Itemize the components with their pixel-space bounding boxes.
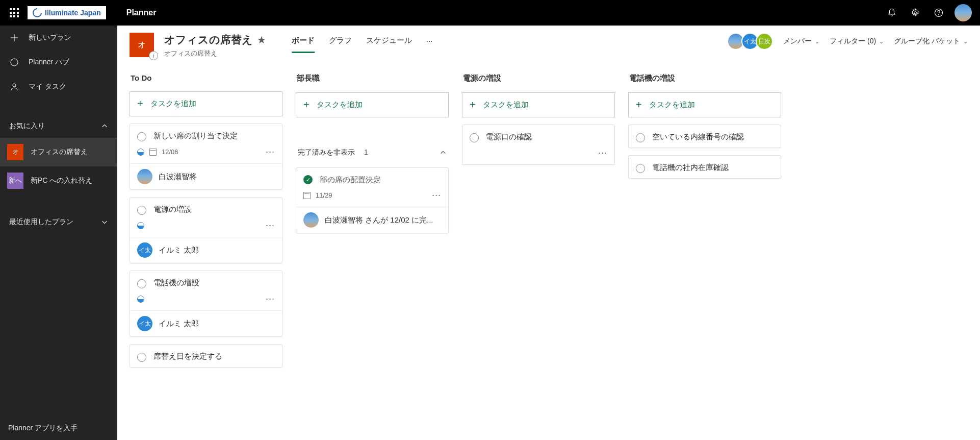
task-due: 12/06	[162, 148, 178, 156]
chevron-down-icon: ⌄	[815, 38, 819, 45]
task-card[interactable]: 席替え日を決定する	[130, 344, 282, 368]
calendar-icon	[303, 192, 311, 199]
task-title: 電源口の確認	[486, 132, 532, 142]
task-assignee[interactable]: 白波瀬智将	[130, 163, 282, 189]
my-tasks-link[interactable]: マイ タスク	[0, 75, 117, 99]
members-dropdown[interactable]: メンバー ⌄	[783, 37, 819, 46]
filter-dropdown[interactable]: フィルター (0) ⌄	[830, 37, 884, 46]
bucket-title[interactable]: To Do	[130, 71, 282, 84]
task-assignee[interactable]: イ太 イルミ 太郎	[130, 310, 282, 336]
task-complete-radio[interactable]	[636, 164, 645, 173]
task-complete-radio[interactable]	[137, 279, 146, 288]
assignee-avatar	[137, 169, 152, 184]
tab-more-icon[interactable]: ···	[426, 36, 433, 53]
person-icon	[9, 82, 19, 92]
tab-chart[interactable]: グラフ	[329, 36, 352, 53]
plus-icon: +	[470, 99, 476, 111]
plan-title: オフィスの席替え	[164, 33, 253, 47]
settings-icon[interactable]	[904, 1, 927, 25]
task-title: 部の席の配置決定	[320, 175, 381, 185]
task-title: 電話機の増設	[153, 278, 199, 288]
board: To Do + タスクを追加 新しい席の割り当て決定 12/06	[117, 62, 980, 440]
task-more-icon[interactable]: ···	[266, 146, 275, 157]
progress-icon	[137, 222, 144, 229]
svg-point-6	[13, 84, 16, 87]
top-bar: Illuminate Japan Planner	[0, 0, 980, 26]
plan-tile: オ	[7, 144, 23, 160]
member-avatars[interactable]: イ太 日次	[730, 33, 773, 50]
add-task-button[interactable]: + タスクを追加	[130, 91, 282, 116]
add-task-button[interactable]: + タスクを追加	[462, 92, 615, 117]
task-card[interactable]: 電話機の社内在庫確認	[628, 155, 781, 179]
chevron-up-icon	[101, 123, 108, 130]
svg-point-0	[914, 12, 917, 14]
task-title: 電源の増設	[153, 205, 192, 214]
star-icon[interactable]: ★	[257, 34, 266, 46]
groupby-dropdown[interactable]: グループ化 バケット ⌄	[894, 37, 968, 46]
assignee-avatar: イ太	[137, 316, 152, 331]
planner-hub-link[interactable]: Planner ハブ	[0, 50, 117, 75]
plus-icon: +	[137, 98, 143, 110]
task-card[interactable]: 新しい席の割り当て決定 12/06 ··· 白波瀬智将	[130, 124, 282, 190]
task-more-icon[interactable]: ···	[266, 294, 275, 304]
bucket-todo: To Do + タスクを追加 新しい席の割り当て決定 12/06	[130, 71, 282, 431]
add-task-button[interactable]: + タスクを追加	[628, 92, 781, 117]
plan-item-new-pc[interactable]: 新へ 新PC への入れ替え	[0, 166, 117, 195]
plan-item-office-seating[interactable]: オ オフィスの席替え	[0, 138, 117, 166]
bucket-title[interactable]: 電話機の増設	[628, 71, 781, 85]
plan-subtitle[interactable]: オフィスの席替え	[164, 49, 266, 58]
bucket-title[interactable]: 部長職	[296, 71, 449, 85]
new-plan-label: 新しいプラン	[29, 33, 71, 42]
plan-label: 新PC への入れ替え	[31, 176, 92, 185]
help-icon[interactable]	[927, 1, 950, 25]
task-complete-radio[interactable]	[636, 133, 645, 142]
task-complete-radio[interactable]	[137, 206, 146, 215]
plan-label: オフィスの席替え	[31, 148, 88, 157]
task-complete-radio[interactable]	[137, 132, 146, 141]
bucket-power: 電源の増設 + タスクを追加 電源口の確認 ···	[462, 71, 615, 431]
plan-id-tile: オ i	[130, 33, 154, 57]
task-card[interactable]: 電源の増設 ··· イ太 イルミ 太郎	[130, 197, 282, 263]
task-title: 電話機の社内在庫確認	[652, 163, 729, 173]
recent-label: 最近使用したプラン	[9, 217, 73, 227]
hub-icon	[9, 57, 19, 67]
task-title: 席替え日を決定する	[153, 352, 222, 361]
task-assignee[interactable]: イ太 イルミ 太郎	[130, 237, 282, 263]
task-card-completed[interactable]: ✓ 部の席の配置決定 11/29 ··· 白波瀬智将 さんが 12/02 に完.…	[296, 167, 449, 233]
notification-icon[interactable]	[880, 1, 904, 25]
task-complete-radio[interactable]	[137, 353, 146, 362]
bucket-title[interactable]: 電源の増設	[462, 71, 615, 85]
task-done-icon[interactable]: ✓	[303, 175, 313, 184]
tab-schedule[interactable]: スケジュール	[366, 36, 412, 53]
bucket-phone: 電話機の増設 + タスクを追加 空いている内線番号の確認 電話機の社内在庫確認	[628, 71, 781, 431]
new-plan-button[interactable]: 新しいプラン	[0, 26, 117, 50]
task-more-icon[interactable]: ···	[432, 190, 441, 201]
tab-board[interactable]: ボード	[292, 36, 315, 53]
hub-label: Planner ハブ	[29, 58, 69, 67]
get-app-link[interactable]: Planner アプリを入手	[0, 417, 117, 440]
left-nav: 新しいプラン Planner ハブ マイ タスク お気に入り オ オフィスの席替…	[0, 26, 117, 440]
plus-icon	[9, 33, 19, 43]
task-complete-radio[interactable]	[470, 133, 479, 142]
info-icon[interactable]: i	[149, 51, 158, 60]
app-name[interactable]: Planner	[126, 8, 157, 17]
completed-toggle[interactable]: 完了済みを非表示 1	[296, 145, 449, 160]
recent-section-header[interactable]: 最近使用したプラン	[0, 210, 117, 234]
add-task-button[interactable]: + タスクを追加	[296, 92, 449, 117]
org-name: Illuminate Japan	[45, 9, 101, 17]
chevron-down-icon	[101, 218, 108, 226]
task-card[interactable]: 電話機の増設 ··· イ太 イルミ 太郎	[130, 271, 282, 337]
my-tasks-label: マイ タスク	[29, 82, 66, 91]
favorites-section-header[interactable]: お気に入り	[0, 114, 117, 138]
favorites-label: お気に入り	[9, 121, 45, 131]
task-card[interactable]: 電源口の確認 ···	[462, 125, 615, 165]
app-launcher-icon[interactable]	[4, 3, 24, 23]
account-avatar[interactable]	[955, 4, 972, 21]
org-logo[interactable]: Illuminate Japan	[28, 6, 106, 19]
plan-tile: 新へ	[7, 173, 23, 189]
org-swirl-icon	[31, 6, 43, 19]
task-card[interactable]: 空いている内線番号の確認	[628, 125, 781, 148]
task-more-icon[interactable]: ···	[266, 220, 275, 231]
task-more-icon[interactable]: ···	[598, 148, 607, 158]
assignee-avatar: イ太	[137, 242, 152, 258]
